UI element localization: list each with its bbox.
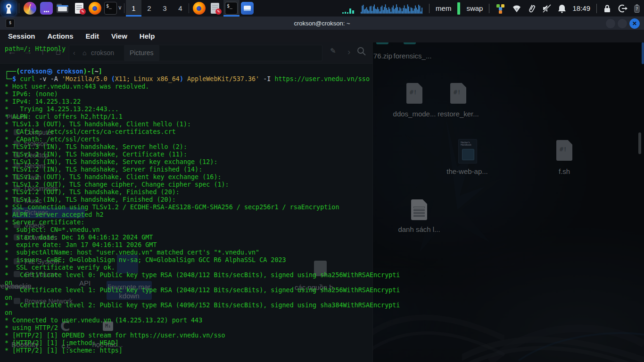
terminal-line: * Host user.vnedu.vn:443 was resolved. [5,83,641,90]
terminal-line: * TLSv1.2 (OUT), TLS handshake, Client k… [5,173,641,181]
clock[interactable]: 18:49 [572,4,590,12]
terminal-icon: $_ [225,2,238,15]
notifications-icon[interactable] [558,4,566,13]
taskbar-firefox[interactable] [191,0,207,16]
command-line: └─$ curl -v -A 'Mozilla/5.0 (X11; Linux … [5,75,641,83]
cpu-graph-icon[interactable] [361,2,423,15]
terminal-line: on [5,279,641,287]
net-graph-icon[interactable] [342,3,355,14]
mem-usage-bar [457,2,460,15]
taskbar-text-editor[interactable]: ✎ [207,0,223,16]
kali-menu-button[interactable] [1,1,16,16]
firefox-icon [193,2,206,15]
terminal-launcher-icon[interactable]: $_ [104,2,117,15]
terminal-line: * TLSv1.3 (OUT), TLS handshake, Client h… [5,121,641,128]
menu-view[interactable]: View [105,32,133,40]
app-grid-icon[interactable] [40,2,53,15]
terminal-line: on [5,294,641,302]
terminal-line: * [HTTP/2] [1] [:method: HEAD] [5,339,641,347]
workspace-2[interactable]: 2 [141,0,157,16]
terminal-line: * start date: Dec 16 04:16:12 2024 GMT [5,234,641,241]
panel-separator [124,3,124,13]
terminal-line: * subject: CN=*.vnedu.vn [5,226,641,234]
terminal-line: * IPv4: 14.225.13.22 [5,98,641,106]
terminal-line: * issuer: C=BE; O=GlobalSign nv-sa; CN=G… [5,256,641,264]
terminal-line: on [5,309,641,317]
terminal-line: * CAfile: /etc/ssl/certs/ca-certificates… [5,128,641,136]
launcher-expander-icon[interactable]: ∨ [118,4,122,11]
terminal-line: * [HTTP/2] [1] [:scheme: https] [5,347,641,354]
terminal-line: * Trying 14.225.13.22:443... [5,106,641,113]
terminal-line: * TLSv1.2 (OUT), TLS handshake, Finished… [5,189,641,196]
terminal-line: * Connected to user.vnedu.vn (14.225.13.… [5,317,641,324]
swap-label[interactable]: swap [466,4,483,12]
menu-session[interactable]: Session [2,32,41,40]
terminal-line: * Certificate level 1: Public key type R… [5,287,641,294]
terminal-line: * SSL certificate verify ok. [5,264,641,272]
panel-separator [19,3,19,13]
lock-icon[interactable] [603,4,611,13]
terminal-line: * TLSv1.2 (IN), TLS handshake, Server fi… [5,166,641,173]
terminal-line: * expire date: Jan 17 04:16:11 2026 GMT [5,241,641,249]
terminal-line: * ALPN: curl offers h2,http/1.1 [5,113,641,121]
prompt-line: ┌──(crokson㉿ crokson)-[~] [5,68,641,75]
terminal-line [5,53,641,60]
terminal-line: * Certificate level 2: Public key type R… [5,302,641,309]
terminal-line: * Certificate level 0: Public key type R… [5,272,641,279]
window-titlebar[interactable]: $ crokson@crokson: ~ ✕ [0,16,644,30]
thunder-app-icon[interactable] [24,2,36,15]
kali-logo-icon [1,1,16,16]
svg-text:?: ? [636,7,638,11]
terminal-output[interactable]: path=/; Httponly┌──(crokson㉿ crokson)-[~… [5,45,641,354]
terminal-line: * TLSv1.2 (IN), TLS handshake, Server ke… [5,158,641,166]
terminal-line: * TLSv1.2 (IN), TLS handshake, Finished … [5,196,641,204]
file-manager-icon[interactable] [56,2,69,15]
menu-help[interactable]: Help [133,32,161,40]
text-editor-icon: ✎ [209,2,222,15]
terminal-line: * TLSv1.2 (OUT), TLS change cipher, Chan… [5,181,641,189]
terminal-line [5,60,641,68]
menu-actions[interactable]: Actions [41,32,80,40]
updates-icon[interactable] [495,3,506,14]
window-menubar: SessionActionsEditViewHelp [0,30,644,42]
terminal-line: * Server certificate: [5,219,641,226]
tray-separator [489,4,489,13]
logout-icon[interactable] [618,4,627,13]
volume-muted-icon[interactable] [542,4,552,13]
window-title: crokson@crokson: ~ [0,20,644,27]
minimize-button[interactable] [605,18,616,29]
tray-separator [596,4,597,13]
system-tray: mem swap 18:49 [342,0,644,16]
workspace-1[interactable]: 1 [126,0,141,16]
wifi-icon[interactable] [512,4,521,13]
files-icon [241,2,254,15]
tray-separator [429,4,429,13]
top-panel: ✎ $_ ∨ 1234 ✎$_ mem swap [0,0,644,16]
close-button[interactable]: ✕ [629,18,640,29]
terminal-line: * TLSv1.2 (IN), TLS handshake, Certifica… [5,151,641,158]
taskbar-terminal[interactable]: $_ [223,0,239,16]
battery-unknown-icon[interactable]: ? [634,4,640,13]
terminal-line: * IPv6: (none) [5,90,641,98]
terminal-line: * subjectAltName: host "user.vnedu.vn" m… [5,249,641,256]
workspace-4[interactable]: 4 [173,0,188,16]
clipboard-icon[interactable] [528,4,536,13]
panel-separator [189,3,189,13]
terminal-line: * ALPN: server accepted h2 [5,211,641,219]
firefox-icon[interactable] [89,2,101,15]
terminal-line: * [HTTP/2] [1] OPENED stream for https:/… [5,332,641,339]
terminal-line: * SSL connection using TLSv1.2 / ECDHE-R… [5,204,641,211]
terminal-line: path=/; Httponly [5,45,641,53]
workspace-3[interactable]: 3 [157,0,173,16]
terminal-line: * using HTTP/2 [5,324,641,332]
text-editor-icon[interactable]: ✎ [73,2,86,15]
menu-edit[interactable]: Edit [80,32,105,40]
mem-label[interactable]: mem [436,4,451,12]
maximize-button[interactable] [617,18,627,29]
taskbar-files[interactable] [239,0,256,16]
terminal-line: * CApath: /etc/ssl/certs [5,136,641,143]
terminal-line: * TLSv1.3 (IN), TLS handshake, Server he… [5,143,641,151]
